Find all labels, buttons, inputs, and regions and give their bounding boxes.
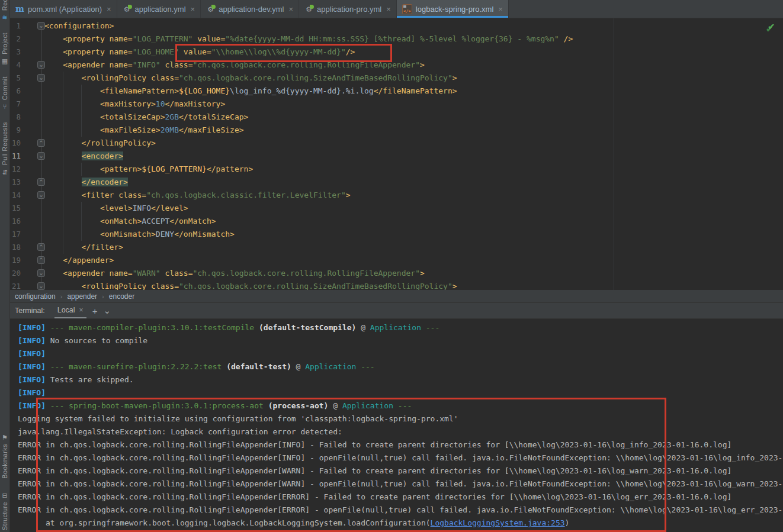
terminal-tab-local[interactable]: Local × [54, 303, 86, 318]
close-icon[interactable]: × [79, 306, 84, 314]
fold-marker[interactable]: ⌃ [37, 139, 45, 147]
terminal-line[interactable]: at org.springframework.boot.logging.logb… [10, 530, 783, 532]
code-line[interactable]: 1⌄<configuration> [10, 20, 783, 33]
terminal-line[interactable]: [INFO] Tests are skipped. [10, 373, 783, 386]
inspections-ok-icon[interactable]: ✔ [768, 22, 775, 31]
terminal-line[interactable]: ERROR in ch.qos.logback.core.rolling.Rol… [10, 491, 783, 504]
breadcrumb: configuration›appender›encoder [10, 290, 783, 303]
fold-marker[interactable]: ⌄ [37, 282, 45, 290]
code-token: <totalSizeCap> [100, 112, 165, 121]
code-line[interactable]: 21⌄<rollingPolicy class="ch.qos.logback.… [10, 280, 783, 290]
code-line[interactable]: 11⌄<encoder> [10, 150, 783, 163]
fold-marker[interactable]: ⌄ [37, 191, 45, 199]
terminal-line[interactable]: [INFO] --- maven-surefire-plugin:2.22.2:… [10, 360, 783, 373]
xml-editor[interactable]: 1⌄<configuration>2<property name="LOG_PA… [10, 18, 783, 290]
fold-marker[interactable]: ⌃ [37, 178, 45, 186]
stacktrace-link[interactable]: LogbackLoggingSystem.java:253 [431, 518, 565, 527]
close-icon[interactable]: × [386, 5, 391, 14]
terminal-line[interactable]: [INFO] No sources to compile [10, 334, 783, 347]
sidebar-item-pull-requests[interactable]: Pull Requests⇵ [1, 122, 8, 175]
terminal-token: @ [356, 323, 370, 332]
code-text: <configuration> [44, 21, 114, 30]
code-line[interactable]: 16<onMatch>ACCEPT</onMatch> [10, 215, 783, 228]
sidebar-item-bookmarks[interactable]: ⚑Bookmarks [1, 434, 8, 479]
code-token: <configuration> [44, 21, 114, 30]
terminal-line[interactable]: java.lang.IllegalStateException: Logback… [10, 425, 783, 439]
line-number: 2 [11, 33, 21, 46]
code-line[interactable]: 3<property name="LOG_HOME" value="\\home… [10, 46, 783, 59]
editor-tab[interactable]: application-dev.yml× [201, 0, 299, 18]
code-line[interactable]: 8<totalSizeCap>2GB</totalSizeCap> [10, 111, 783, 124]
terminal-line[interactable]: ERROR in ch.qos.logback.core.rolling.Rol… [10, 452, 783, 465]
code-line[interactable]: 2<property name="LOG_PATTERN" value="%da… [10, 33, 783, 46]
code-line[interactable]: 18⌃</filter> [10, 241, 783, 254]
editor-tab[interactable]: mpom.xml (Application)× [10, 0, 117, 18]
code-token: > [420, 60, 425, 69]
code-line[interactable]: 6<fileNamePattern>${LOG_HOME}\log_info_%… [10, 85, 783, 98]
terminal-line[interactable]: ERROR in ch.qos.logback.core.rolling.Rol… [10, 478, 783, 491]
close-icon[interactable]: × [107, 5, 111, 14]
terminal-token: [INFO] [18, 401, 46, 410]
code-token: > [420, 269, 425, 278]
terminal-line[interactable]: [INFO] --- maven-compiler-plugin:3.10.1:… [10, 321, 783, 334]
code-line[interactable]: 5⌄<rollingPolicy class="ch.qos.logback.c… [10, 72, 783, 85]
breadcrumb-item[interactable]: appender [67, 292, 97, 301]
breadcrumb-item[interactable]: encoder [109, 292, 134, 301]
code-line[interactable]: 19⌃</appender> [10, 254, 783, 267]
code-line[interactable]: 10⌃</rollingPolicy> [10, 137, 783, 150]
sidebar-item-structure[interactable]: ⊟Structure [1, 492, 8, 530]
fold-marker[interactable]: ⌄ [37, 61, 45, 69]
terminal-line[interactable]: ERROR in ch.qos.logback.core.rolling.Rol… [10, 465, 783, 478]
code-line[interactable]: 14⌄<filter class="ch.qos.logback.classic… [10, 189, 783, 202]
code-token: <filter class= [82, 191, 147, 199]
terminal-line[interactable]: ERROR in ch.qos.logback.core.rolling.Rol… [10, 439, 783, 452]
terminal-token: --- spring-boot-maven-plugin:3.0.1:proce… [46, 401, 268, 410]
code-line[interactable]: 13⌃</encoder> [10, 176, 783, 189]
terminal-line[interactable]: at org.springframework.boot.logging.logb… [10, 517, 783, 530]
terminal-token: at org.springframework.boot.logging.logb… [18, 518, 431, 527]
editor-tab[interactable]: application.yml× [117, 0, 201, 18]
tab-label: application-pro.yml [317, 5, 381, 14]
terminal-line[interactable]: [INFO] [10, 386, 783, 399]
chevron-down-icon[interactable]: ⌄ [103, 305, 111, 316]
code-line[interactable]: 17<onMismatch>DENY</onMismatch> [10, 228, 783, 241]
sidebar-item-project[interactable]: Project▦ [1, 33, 8, 65]
code-line[interactable]: 20⌄<appender name="WARN" class="ch.qos.l… [10, 267, 783, 280]
close-icon[interactable]: × [498, 5, 503, 14]
code-token: "WARN" [133, 269, 161, 278]
project-icon: ▦ [2, 57, 8, 65]
terminal-token: Application [370, 323, 421, 332]
terminal-line[interactable]: Logging system failed to initialize usin… [10, 412, 783, 425]
fold-marker[interactable]: ⌄ [37, 269, 45, 277]
line-number: 20 [11, 267, 21, 280]
editor-tab[interactable]: application-pro.yml× [299, 0, 397, 18]
breadcrumb-separator-icon: › [102, 293, 104, 300]
editor-tab[interactable]: logback-spring-pro.xml× [397, 0, 509, 18]
fold-marker[interactable]: ⌃ [37, 243, 45, 251]
terminal-token: --- maven-compiler-plugin:3.10.1:testCom… [46, 323, 259, 332]
commit-icon: ⑂ [3, 103, 7, 110]
code-area[interactable]: 1⌄<configuration>2<property name="LOG_PA… [10, 18, 783, 290]
code-text: <appender name="INFO" class="ch.qos.logb… [44, 60, 425, 69]
code-line[interactable]: 12<pattern>${LOG_PATTERN}</pattern> [10, 163, 783, 176]
terminal-line[interactable]: [INFO] [10, 347, 783, 360]
terminal-line[interactable]: [INFO] --- spring-boot-maven-plugin:3.0.… [10, 399, 783, 412]
code-token: value= [179, 47, 211, 56]
close-icon[interactable]: × [191, 5, 195, 14]
fold-marker[interactable]: ⌃ [37, 256, 45, 264]
code-token: </level> [151, 204, 188, 212]
new-terminal-icon[interactable]: + [92, 306, 98, 316]
close-icon[interactable]: × [289, 5, 294, 14]
sidebar-item-commit[interactable]: Commit⑂ [1, 76, 8, 110]
code-line[interactable]: 4⌄<appender name="INFO" class="ch.qos.lo… [10, 59, 783, 72]
terminal-output[interactable]: [INFO] --- maven-compiler-plugin:3.10.1:… [10, 319, 783, 532]
code-line[interactable]: 15<level>INFO</level> [10, 202, 783, 215]
terminal-line[interactable]: ERROR in ch.qos.logback.core.rolling.Rol… [10, 504, 783, 517]
breadcrumb-item[interactable]: configuration [15, 292, 56, 301]
fold-marker[interactable]: ⌄ [37, 74, 45, 82]
code-line[interactable]: 9<maxFileSize>20MB</maxFileSize> [10, 124, 783, 137]
sidebar-item-redis[interactable]: Redis≋ [1, 0, 8, 21]
fold-marker[interactable]: ⌄ [37, 152, 45, 160]
fold-marker[interactable]: ⌄ [37, 22, 45, 30]
code-line[interactable]: 7<maxHistory>10</maxHistory> [10, 98, 783, 111]
